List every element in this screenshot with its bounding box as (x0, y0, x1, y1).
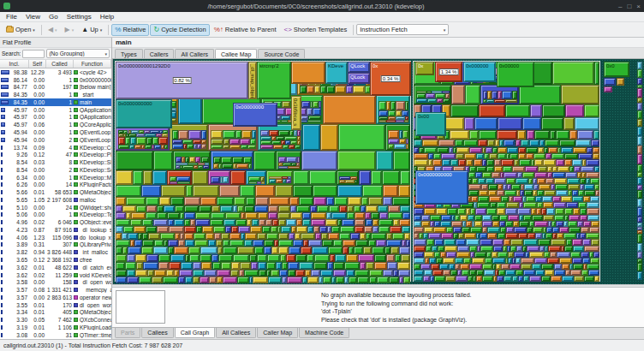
map-cell[interactable] (211, 212, 226, 219)
map-cell[interactable] (246, 170, 266, 185)
map-cell[interactable] (462, 270, 470, 276)
map-cell[interactable] (257, 254, 268, 262)
map-cell[interactable] (307, 226, 314, 233)
map-cell[interactable] (551, 239, 566, 246)
map-cell[interactable] (116, 151, 153, 170)
map-cell[interactable] (523, 215, 532, 221)
map-cell[interactable] (289, 247, 301, 254)
map-cell[interactable] (158, 262, 169, 269)
map-cell[interactable] (552, 172, 565, 178)
map-cell[interactable] (580, 215, 587, 221)
map-cell[interactable] (268, 212, 278, 219)
map-cell[interactable] (434, 252, 441, 259)
map-cell[interactable] (577, 221, 583, 227)
map-cell[interactable] (355, 212, 364, 219)
map-cell[interactable] (296, 205, 310, 212)
map-cell[interactable] (225, 212, 240, 219)
map-cell[interactable] (262, 226, 271, 233)
map-cell[interactable] (447, 208, 457, 214)
map-cell[interactable] (593, 147, 599, 153)
map-cell[interactable] (457, 246, 469, 252)
map-cell[interactable] (580, 178, 586, 184)
map-cell[interactable] (505, 233, 518, 239)
map-cell[interactable] (637, 177, 642, 186)
map-cell[interactable] (487, 227, 500, 233)
map-cell[interactable] (443, 258, 456, 264)
map-cell[interactable] (239, 270, 245, 277)
map-cell[interactable] (290, 205, 296, 212)
map-cell[interactable] (525, 166, 538, 172)
map-cell[interactable] (253, 151, 276, 170)
map-cell[interactable] (554, 270, 565, 276)
map-cell[interactable] (501, 264, 510, 270)
map-cell[interactable] (504, 276, 513, 282)
map-cell[interactable] (637, 127, 642, 136)
map-cell[interactable] (212, 254, 218, 262)
map-cell[interactable] (492, 239, 504, 246)
map-cell[interactable]: strcmp'2 (257, 62, 291, 99)
map-cell[interactable] (430, 215, 441, 221)
map-cell[interactable] (637, 136, 642, 146)
map-cell[interactable] (139, 277, 152, 283)
map-cell[interactable] (474, 117, 498, 130)
map-cell[interactable]: 0x00000000 (233, 103, 277, 127)
map-cell[interactable] (554, 178, 567, 184)
map-cell[interactable] (488, 190, 497, 196)
map-cell[interactable] (475, 172, 482, 178)
map-cell[interactable] (637, 62, 642, 69)
map-cell[interactable] (526, 196, 535, 202)
map-cell[interactable] (146, 226, 157, 233)
map-cell[interactable] (126, 197, 146, 206)
map-cell[interactable] (564, 117, 575, 130)
map-cell[interactable] (311, 219, 325, 226)
map-cell[interactable] (366, 233, 372, 240)
map-cell[interactable] (231, 226, 238, 233)
map-cell[interactable] (460, 264, 468, 270)
map-cell[interactable] (581, 227, 589, 233)
map-cell[interactable] (379, 226, 390, 233)
map-cell[interactable] (328, 247, 342, 254)
map-cell[interactable] (160, 233, 175, 240)
map-cell[interactable] (441, 215, 451, 221)
map-cell[interactable] (135, 254, 146, 262)
map-cell[interactable] (293, 185, 313, 197)
map-cell[interactable] (116, 262, 125, 269)
map-cell[interactable] (325, 219, 338, 226)
map-cell[interactable] (484, 270, 495, 276)
map-cell[interactable] (510, 264, 521, 270)
map-cell[interactable]: 0x00 (415, 112, 446, 136)
map-cell[interactable] (130, 219, 142, 226)
table-row[interactable]: 45.970.001QApplicationPrivate::exec (0, 106, 111, 114)
map-cell[interactable] (250, 226, 261, 233)
map-cell[interactable] (574, 166, 581, 172)
map-cell[interactable] (142, 240, 154, 247)
map-cell[interactable] (523, 202, 537, 208)
map-cell[interactable] (572, 196, 583, 202)
map-cell[interactable] (591, 239, 599, 246)
map-cell[interactable] (529, 276, 541, 282)
map-cell[interactable] (472, 258, 485, 264)
map-cell[interactable] (116, 247, 122, 254)
map-cell[interactable] (637, 69, 642, 78)
map-cell[interactable] (637, 234, 642, 243)
map-cell[interactable] (604, 78, 616, 86)
map-cell[interactable] (421, 221, 430, 227)
map-cell[interactable] (395, 254, 401, 262)
map-cell[interactable] (431, 264, 439, 270)
map-cell[interactable] (342, 219, 355, 226)
map-cell[interactable] (432, 246, 438, 252)
map-cell[interactable] (387, 262, 397, 269)
map-cell[interactable] (116, 170, 133, 185)
map-cell[interactable] (161, 185, 185, 197)
map-cell[interactable] (310, 205, 318, 212)
map-cell[interactable] (517, 130, 527, 140)
map-cell[interactable] (219, 185, 240, 197)
map-cell[interactable] (170, 124, 209, 151)
map-cell[interactable] (281, 226, 291, 233)
map-cell[interactable] (258, 262, 266, 269)
map-cell[interactable] (552, 166, 558, 172)
map-cell[interactable] (553, 202, 566, 208)
map-cell[interactable] (476, 276, 482, 282)
map-cell[interactable] (470, 227, 482, 233)
map-cell[interactable]: 0x00000 (497, 62, 534, 87)
